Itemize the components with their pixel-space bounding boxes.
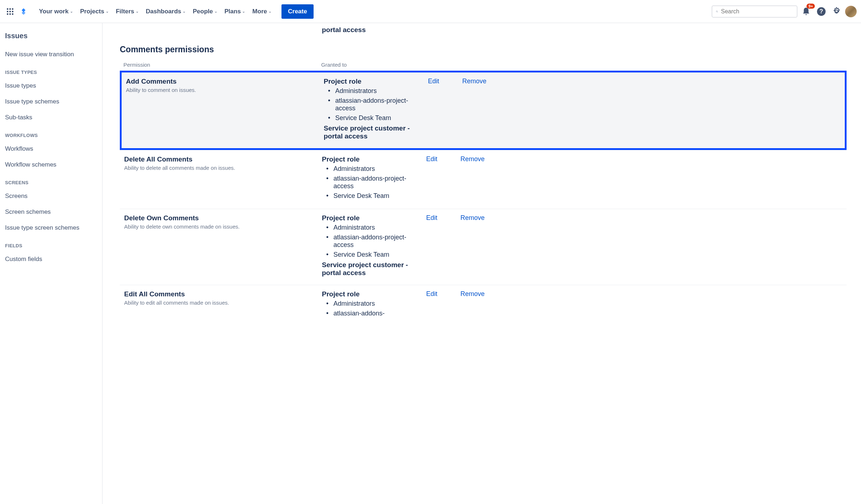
sidebar-item-workflow-schemes[interactable]: Workflow schemes <box>5 157 102 173</box>
settings-icon[interactable] <box>830 5 843 18</box>
svg-rect-5 <box>12 11 13 12</box>
grant-role-label: Project role <box>322 290 418 298</box>
granted-cell: Project roleAdministratorsatlassian-addo… <box>322 290 418 318</box>
nav-container: Your work⌄Projects⌄Filters⌄Dashboards⌄Pe… <box>35 6 275 17</box>
remove-link[interactable]: Remove <box>460 214 485 277</box>
create-button[interactable]: Create <box>281 4 314 19</box>
grant-item: Administrators <box>335 86 419 96</box>
svg-rect-7 <box>9 13 11 15</box>
notifications-icon[interactable]: 9+ <box>800 5 813 18</box>
permissions-table: Permission Granted to Add CommentsAbilit… <box>120 60 847 326</box>
actions-cell: EditRemove <box>418 214 842 277</box>
search-input[interactable] <box>712 5 797 18</box>
grant-item: Administrators <box>333 223 418 233</box>
permission-description: Ability to delete all comments made on i… <box>124 165 315 171</box>
nav-label: More <box>252 8 267 15</box>
edit-link[interactable]: Edit <box>428 78 439 140</box>
svg-rect-4 <box>9 11 11 12</box>
chevron-down-icon: ⌄ <box>136 9 139 13</box>
nav-filters[interactable]: Filters⌄ <box>112 6 142 17</box>
grant-item: Service Desk Team <box>333 250 418 260</box>
granted-cell: Project roleAdministratorsatlassian-addo… <box>322 155 418 201</box>
app-switcher-icon[interactable] <box>4 6 16 17</box>
permission-description: Ability to edit all comments made on iss… <box>124 300 315 306</box>
table-row: Add CommentsAbility to comment on issues… <box>120 71 847 150</box>
grant-extra: Service project customer - portal access <box>322 261 418 277</box>
actions-cell: EditRemove <box>418 155 842 201</box>
sidebar-item-screen-schemes[interactable]: Screen schemes <box>5 204 102 220</box>
truncated-grant-text: portal access <box>322 23 847 45</box>
remove-link[interactable]: Remove <box>460 155 485 201</box>
grant-item: Administrators <box>333 164 418 174</box>
sidebar-item-workflows[interactable]: Workflows <box>5 141 102 157</box>
sidebar-item-custom-fields[interactable]: Custom fields <box>5 251 102 267</box>
remove-link[interactable]: Remove <box>460 290 485 318</box>
sidebar-item-new-issue-view-transition[interactable]: New issue view transition <box>5 47 102 62</box>
nav-people[interactable]: People⌄ <box>189 6 221 17</box>
nav-label: Filters <box>116 8 134 15</box>
grant-item: Service Desk Team <box>335 113 419 123</box>
grant-list: Administratorsatlassian-addons-project-a… <box>324 86 419 123</box>
topbar: Your work⌄Projects⌄Filters⌄Dashboards⌄Pe… <box>0 0 861 23</box>
permission-description: Ability to delete own comments made on i… <box>124 224 315 230</box>
sidebar-item-sub-tasks[interactable]: Sub-tasks <box>5 110 102 125</box>
sidebar-group: FIELDS <box>5 236 102 251</box>
grant-item: atlassian-addons-project-access <box>333 174 418 191</box>
table-row: Delete Own CommentsAbility to delete own… <box>120 209 847 285</box>
nav-dashboards[interactable]: Dashboards⌄ <box>142 6 189 17</box>
svg-rect-2 <box>12 8 13 10</box>
chevron-down-icon: ⌄ <box>268 9 271 13</box>
grant-list: Administratorsatlassian-addons-project-a… <box>322 164 418 201</box>
jira-logo-icon[interactable] <box>18 6 30 17</box>
svg-text:?: ? <box>820 8 823 14</box>
permission-cell: Edit All CommentsAbility to edit all com… <box>124 290 322 318</box>
nav-label: Plans <box>224 8 241 15</box>
avatar[interactable] <box>845 6 857 17</box>
grant-item: Administrators <box>333 299 418 309</box>
chevron-down-icon: ⌄ <box>242 9 245 13</box>
sidebar-item-issue-type-schemes[interactable]: Issue type schemes <box>5 94 102 110</box>
search-icon <box>716 8 718 15</box>
table-row: Delete All CommentsAbility to delete all… <box>120 150 847 209</box>
grant-role-label: Project role <box>322 155 418 163</box>
edit-link[interactable]: Edit <box>426 290 437 318</box>
nav-your-work[interactable]: Your work⌄ <box>35 6 77 17</box>
actions-cell: EditRemove <box>418 290 842 318</box>
help-icon[interactable]: ? <box>815 5 828 18</box>
grant-role-label: Project role <box>324 78 419 85</box>
chevron-down-icon: ⌄ <box>70 9 73 13</box>
svg-rect-1 <box>9 8 11 10</box>
grant-item: atlassian-addons-project-access <box>333 233 418 250</box>
permission-cell: Delete All CommentsAbility to delete all… <box>124 155 322 201</box>
table-header: Permission Granted to <box>120 60 847 71</box>
nav-plans[interactable]: Plans⌄ <box>221 6 249 17</box>
nav-more[interactable]: More⌄ <box>249 6 275 17</box>
sidebar-item-issue-type-screen-schemes[interactable]: Issue type screen schemes <box>5 220 102 236</box>
nav-label: Your work <box>39 8 69 15</box>
remove-link[interactable]: Remove <box>462 78 486 140</box>
content: portal access Comments permissions Permi… <box>102 23 861 504</box>
permission-name: Add Comments <box>126 78 316 85</box>
chevron-down-icon: ⌄ <box>183 9 185 13</box>
sidebar-item-issue-types[interactable]: Issue types <box>5 78 102 94</box>
permission-cell: Delete Own CommentsAbility to delete own… <box>124 214 322 277</box>
permission-name: Delete Own Comments <box>124 214 315 222</box>
edit-link[interactable]: Edit <box>426 214 437 277</box>
permission-cell: Add CommentsAbility to comment on issues… <box>126 78 324 140</box>
search-field[interactable] <box>721 8 793 15</box>
granted-cell: Project roleAdministratorsatlassian-addo… <box>324 78 419 140</box>
col-granted-header: Granted to <box>321 62 843 68</box>
grant-role-label: Project role <box>322 214 418 222</box>
permission-name: Delete All Comments <box>124 155 315 163</box>
grant-list: Administratorsatlassian-addons-project-a… <box>322 223 418 260</box>
svg-rect-6 <box>7 13 8 15</box>
edit-link[interactable]: Edit <box>426 155 437 201</box>
grant-item: atlassian-addons- <box>333 309 418 318</box>
svg-point-9 <box>716 10 718 12</box>
granted-cell: Project roleAdministratorsatlassian-addo… <box>322 214 418 277</box>
grant-list: Administratorsatlassian-addons- <box>322 299 418 318</box>
nav-projects[interactable]: Projects⌄ <box>77 6 112 17</box>
chevron-down-icon: ⌄ <box>106 9 109 13</box>
table-row: Edit All CommentsAbility to edit all com… <box>120 285 847 326</box>
sidebar-item-screens[interactable]: Screens <box>5 188 102 204</box>
